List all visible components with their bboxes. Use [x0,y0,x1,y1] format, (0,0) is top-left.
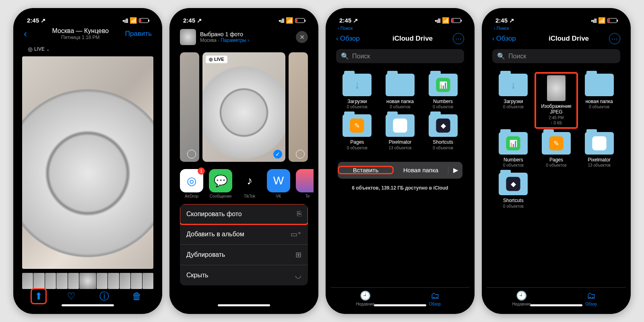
more-icon[interactable]: ⋯ [453,33,464,44]
params-link[interactable]: Параметры › [221,37,249,43]
phone-photos-detail: 2:45 ↗ 📶 ‹ Москва — Кунцево Пятница 1:18… [13,8,162,314]
share-apps-row: ◎1AirDrop💬Сообщения♪TikTokWVKTe [174,165,314,200]
file-item[interactable]: 📊Numbers0 объектов [423,74,463,109]
sheet-title: Выбрано 1 фото Москва · Параметры › [200,31,292,43]
file-item[interactable]: новая папка0 объектов [579,74,619,127]
page-title: iCloud Drive [528,35,609,43]
more-icon[interactable]: ⋯ [609,33,620,44]
edit-button[interactable]: Править [125,30,152,38]
search-field[interactable]: 🔍 Поиск [492,49,620,63]
action-row[interactable]: Добавить в альбом▭⁺ [180,224,308,245]
phone-files-paste: 2:45 ↗ 📶 ‹ Поиск ‹ Обзор iCloud Drive ⋯ … [326,8,475,314]
context-menu: Вставить Новая папка ▶ [338,162,462,179]
back-chevron-icon[interactable]: ‹ [24,28,36,39]
file-item[interactable]: ◆Shortcuts0 объектов [423,114,463,150]
paste-button[interactable]: Вставить [339,167,393,173]
info-icon[interactable]: ⓘ [97,289,111,303]
file-grid: ↓Загрузки0 объектовИзображение JPEG2:45 … [487,66,626,287]
share-app-airdrop[interactable]: ◎1AirDrop [180,169,203,198]
live-badge[interactable]: LIVE ⌄ [24,45,152,53]
photo-preview[interactable] [22,56,153,269]
page-title: Москва — Кунцево Пятница 1:18 PM [36,27,125,40]
file-item[interactable]: ↓Загрузки0 объектов [493,74,534,127]
share-app-сообщения[interactable]: 💬Сообщения [209,169,232,198]
file-item[interactable]: ✎Pages0 объектов [337,114,378,150]
select-circle[interactable] [296,150,305,159]
breadcrumb[interactable]: ‹ Поиск [487,25,626,31]
share-icon[interactable]: ⬆︎ [31,289,46,303]
trash-icon[interactable]: 🗑 [130,289,144,303]
share-app-tiktok[interactable]: ♪TikTok [238,169,261,198]
select-circle[interactable] [187,150,196,159]
file-item[interactable]: ◆Shortcuts0 объектов [493,173,534,208]
file-item[interactable]: Изображение JPEG2:45 PM↑ 0 КБ [536,74,577,127]
action-row[interactable]: Скрыть◡ [180,265,308,285]
file-item[interactable]: ◕Pixelmator13 объектов [579,132,619,168]
action-row[interactable]: Дублировать⊞ [180,245,308,265]
breadcrumb[interactable]: ‹ Поиск [330,25,470,31]
file-item[interactable]: ✎Pages0 объектов [536,132,577,168]
action-row[interactable]: Скопировать фото⎘ [180,204,308,224]
live-badge: ◎ LIVE [206,56,227,63]
search-field[interactable]: 🔍 Поиск [336,49,464,63]
favorite-icon[interactable]: ♡ [64,289,78,303]
share-app-te[interactable]: Te [296,169,314,198]
file-item[interactable]: 📊Numbers0 объектов [493,132,534,168]
phone-files-result: 2:45 ↗ 📶 ‹ Поиск ‹ Обзор iCloud Drive ⋯ … [482,8,631,314]
file-item[interactable]: ↓Загрузки0 объектов [337,74,378,109]
actions-list: Скопировать фото⎘Добавить в альбом▭⁺Дубл… [180,204,308,285]
new-folder-button[interactable]: Новая папка [394,167,448,173]
file-grid: ↓Загрузки0 объектовновая папка0 объектов… [330,66,470,158]
selected-check-icon[interactable]: ✓ [273,150,282,159]
phone-share-sheet: 2:45 ↗ 📶 Выбрано 1 фото Москва · Парамет… [169,8,318,314]
back-button[interactable]: ‹ Обзор [336,35,372,43]
sheet-thumbnail [180,29,196,45]
storage-footer: 6 объектов, 139.12 ГБ доступно в iCloud [330,183,470,193]
thumbnail-strip[interactable] [22,273,153,289]
close-icon[interactable]: ✕ [296,31,308,43]
share-app-vk[interactable]: WVK [267,169,290,198]
back-button[interactable]: ‹ Обзор [492,35,528,43]
more-arrow-icon[interactable]: ▶ [448,166,462,174]
page-title: iCloud Drive [372,35,453,43]
file-item[interactable]: ◕Pixelmator13 объектов [380,114,421,150]
selection-row[interactable]: ◎ LIVE✓ [174,49,314,165]
file-item[interactable]: новая папка0 объектов [380,74,421,109]
